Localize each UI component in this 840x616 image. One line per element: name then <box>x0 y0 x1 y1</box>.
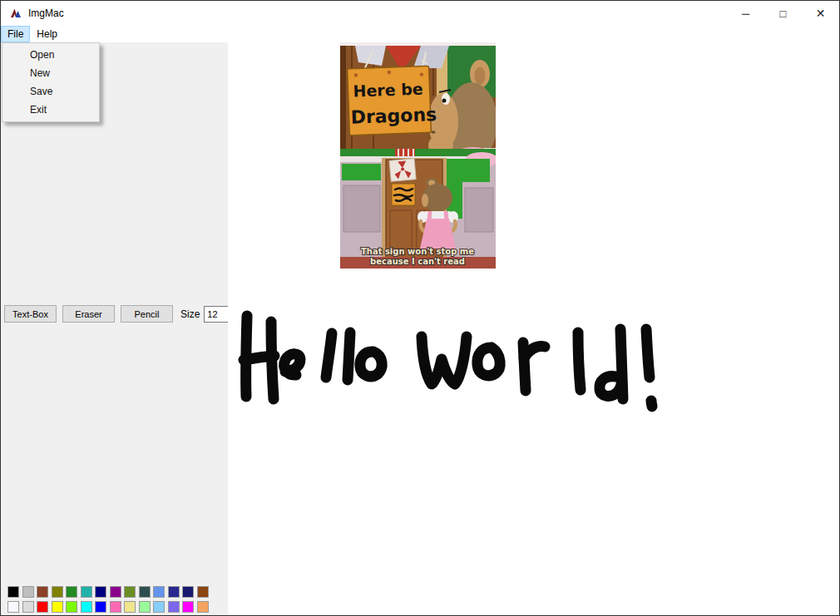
file-menu-item-exit[interactable]: Exit <box>2 101 99 119</box>
file-menu-dropdown: OpenNewSaveExit <box>2 42 100 122</box>
color-palette <box>7 586 209 613</box>
color-swatch[interactable] <box>66 601 77 613</box>
minimize-button[interactable]: ─ <box>727 1 764 26</box>
app-window: ImgMac ─ □ ✕ File Help OpenNewSaveExit T… <box>0 0 840 616</box>
color-swatch[interactable] <box>153 586 165 598</box>
window-controls: ─ □ ✕ <box>727 1 839 26</box>
color-swatch[interactable] <box>168 601 180 613</box>
hello-world-drawing <box>228 42 839 615</box>
palette-row-1 <box>7 586 209 598</box>
eraser-button[interactable]: Eraser <box>62 305 115 323</box>
color-swatch[interactable] <box>7 601 19 613</box>
menubar: File Help <box>1 26 839 42</box>
close-icon: ✕ <box>816 7 826 20</box>
menu-file[interactable]: File <box>1 26 30 42</box>
maximize-button[interactable]: □ <box>764 1 802 26</box>
color-swatch[interactable] <box>95 601 106 613</box>
color-swatch[interactable] <box>22 586 34 598</box>
color-swatch[interactable] <box>110 601 121 613</box>
color-swatch[interactable] <box>153 601 165 613</box>
color-swatch[interactable] <box>124 586 136 598</box>
pencil-button[interactable]: Pencil <box>121 305 173 323</box>
color-swatch[interactable] <box>168 586 180 598</box>
size-input[interactable] <box>204 306 230 323</box>
maximize-icon: □ <box>780 7 787 20</box>
close-button[interactable]: ✕ <box>802 1 839 26</box>
file-menu-item-new[interactable]: New <box>2 64 99 82</box>
titlebar: ImgMac ─ □ ✕ <box>1 1 839 26</box>
file-menu-item-save[interactable]: Save <box>2 82 99 101</box>
color-swatch[interactable] <box>139 586 151 598</box>
color-swatch[interactable] <box>197 601 209 613</box>
color-swatch[interactable] <box>182 586 194 598</box>
color-swatch[interactable] <box>95 586 106 598</box>
palette-row-2 <box>7 601 209 613</box>
sidebar: Text-Box Eraser Pencil Size <box>1 42 228 615</box>
color-swatch[interactable] <box>197 586 209 598</box>
text-box-button[interactable]: Text-Box <box>4 305 57 323</box>
color-swatch[interactable] <box>182 601 194 613</box>
color-swatch[interactable] <box>7 586 19 598</box>
tools-row: Text-Box Eraser Pencil Size <box>4 305 230 323</box>
color-swatch[interactable] <box>52 601 63 613</box>
color-swatch[interactable] <box>81 601 92 613</box>
color-swatch[interactable] <box>37 586 48 598</box>
size-label: Size <box>180 308 200 320</box>
minimize-icon: ─ <box>742 7 749 20</box>
color-swatch[interactable] <box>52 586 63 598</box>
color-swatch[interactable] <box>81 586 92 598</box>
color-swatch[interactable] <box>66 586 77 598</box>
window-title: ImgMac <box>28 7 64 19</box>
color-swatch[interactable] <box>124 601 136 613</box>
menu-help[interactable]: Help <box>30 26 64 42</box>
color-swatch[interactable] <box>37 601 48 613</box>
drawing-canvas[interactable]: Here be Dragons <box>228 42 839 615</box>
app-icon <box>9 7 22 20</box>
color-swatch[interactable] <box>139 601 151 613</box>
color-swatch[interactable] <box>22 601 34 613</box>
file-menu-item-open[interactable]: Open <box>2 46 99 64</box>
color-swatch[interactable] <box>110 586 121 598</box>
